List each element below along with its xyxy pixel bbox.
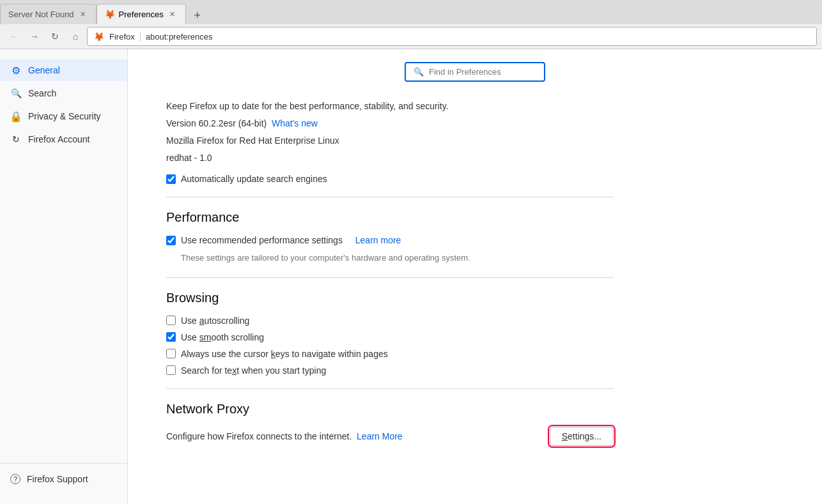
back-button[interactable]: ←: [5, 27, 23, 45]
tab-label: Server Not Found: [8, 10, 74, 19]
network-settings-button[interactable]: Settings...: [550, 427, 614, 446]
divider-3: [166, 388, 614, 389]
preferences-search-box[interactable]: 🔍: [405, 62, 545, 82]
url-text: about:preferences: [146, 32, 810, 42]
tab-label: Preferences: [119, 10, 164, 19]
sidebar-item-privacy-security[interactable]: 🔒 Privacy & Security: [0, 105, 127, 127]
sidebar-item-label: General: [28, 65, 60, 75]
search-typing-checkbox[interactable]: [166, 365, 176, 375]
update-info-text: Keep Firefox up to date for the best per…: [166, 100, 614, 113]
sidebar-bottom: ? Firefox Support: [0, 463, 127, 494]
search-icon: 🔍: [10, 88, 22, 99]
distro-line2: redhat - 1.0: [166, 151, 614, 165]
tab-preferences[interactable]: 🦊 Preferences ✕: [97, 4, 186, 24]
version-text: Version 60.2.2esr (64-bit) What's new: [166, 117, 614, 130]
autoscroll-row: Use autoscrolling: [166, 316, 614, 326]
sidebar-item-label: Firefox Support: [27, 474, 88, 484]
browser-chrome: Server Not Found ✕ 🦊 Preferences ✕ + ← →…: [0, 0, 822, 49]
browsing-title: Browsing: [166, 291, 614, 305]
whats-new-link[interactable]: What's new: [272, 118, 318, 128]
performance-title: Performance: [166, 210, 614, 225]
tab-close-server-not-found[interactable]: ✕: [78, 10, 88, 20]
sidebar-item-general[interactable]: ⚙ General: [0, 59, 127, 81]
perf-learn-more-link[interactable]: Learn more: [355, 235, 401, 245]
home-button[interactable]: ⌂: [66, 27, 84, 45]
auto-update-label[interactable]: Automatically update search engines: [181, 174, 327, 184]
divider-2: [166, 277, 614, 278]
sidebar-item-label: Firefox Account: [28, 134, 90, 144]
reload-button[interactable]: ↻: [46, 27, 64, 45]
autoscroll-label[interactable]: Use autoscrolling: [181, 316, 249, 326]
perf-description: These settings are tailored to your comp…: [181, 252, 614, 264]
perf-recommended-label[interactable]: Use recommended performance settings: [181, 235, 343, 245]
lock-icon: 🔒: [10, 111, 22, 122]
address-bar-row: ← → ↻ ⌂ 🦊 Firefox about:preferences: [0, 24, 822, 49]
sidebar-item-search[interactable]: 🔍 Search: [0, 82, 127, 104]
network-proxy-description: Configure how Firefox connects to the in…: [166, 431, 403, 441]
smooth-scroll-label[interactable]: Use smooth scrolling: [181, 332, 264, 342]
perf-recommended-checkbox[interactable]: [166, 236, 176, 245]
search-typing-row: Search for text when you start typing: [166, 365, 614, 376]
tab-close-preferences[interactable]: ✕: [167, 10, 178, 20]
general-section: Keep Firefox up to date for the best per…: [166, 100, 614, 446]
divider-1: [166, 197, 614, 197]
sidebar-spacer: [0, 151, 127, 462]
auto-update-row: Automatically update search engines: [166, 174, 614, 184]
gear-icon: ⚙: [10, 65, 22, 76]
content-area: 🔍 Keep Firefox up to date for the best p…: [128, 49, 822, 504]
help-icon: ?: [10, 474, 20, 484]
auto-update-checkbox[interactable]: [166, 174, 176, 184]
browser-label: Firefox: [109, 32, 135, 42]
search-typing-label[interactable]: Search for text when you start typing: [181, 365, 326, 376]
tab-server-not-found[interactable]: Server Not Found ✕: [0, 4, 97, 24]
cursor-keys-label[interactable]: Always use the cursor keys to navigate w…: [181, 349, 388, 359]
smooth-scroll-row: Use smooth scrolling: [166, 332, 614, 342]
network-proxy-title: Network Proxy: [166, 402, 614, 416]
sidebar: ⚙ General 🔍 Search 🔒 Privacy & Security …: [0, 49, 128, 504]
address-bar[interactable]: 🦊 Firefox about:preferences: [87, 27, 817, 46]
main-layout: ⚙ General 🔍 Search 🔒 Privacy & Security …: [0, 49, 822, 504]
tab-bar: Server Not Found ✕ 🦊 Preferences ✕ +: [0, 0, 822, 24]
sidebar-item-label: Privacy & Security: [28, 111, 101, 121]
network-proxy-section: Configure how Firefox connects to the in…: [166, 427, 614, 446]
preferences-search-input[interactable]: [429, 67, 536, 77]
firefox-tab-icon: 🦊: [105, 10, 115, 19]
cursor-keys-checkbox[interactable]: [166, 349, 176, 358]
sidebar-item-label: Search: [28, 88, 56, 98]
new-tab-button[interactable]: +: [189, 6, 206, 24]
network-learn-more-link[interactable]: Learn More: [357, 431, 403, 441]
sidebar-item-firefox-account[interactable]: ↻ Firefox Account: [0, 128, 127, 150]
search-magnifier-icon: 🔍: [414, 67, 424, 77]
firefox-icon: 🦊: [94, 31, 104, 42]
address-separator: [140, 31, 141, 42]
cursor-keys-row: Always use the cursor keys to navigate w…: [166, 349, 614, 359]
sidebar-item-firefox-support[interactable]: ? Firefox Support: [0, 469, 127, 489]
forward-button[interactable]: →: [26, 27, 43, 45]
smooth-scroll-checkbox[interactable]: [166, 332, 176, 342]
distro-line1: Mozilla Firefox for Red Hat Enterprise L…: [166, 134, 614, 148]
sync-icon: ↻: [10, 134, 22, 145]
perf-recommended-row: Use recommended performance settings Lea…: [166, 235, 614, 245]
preferences-search-row: 🔍: [166, 62, 784, 82]
autoscroll-checkbox[interactable]: [166, 316, 176, 325]
